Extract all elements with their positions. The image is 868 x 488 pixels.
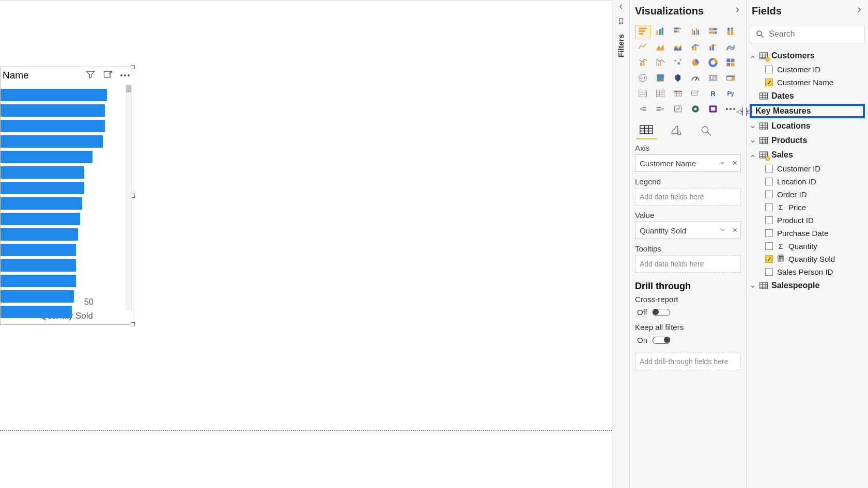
viz-type-button[interactable] xyxy=(670,71,686,85)
tooltips-field-well[interactable]: Add data fields here xyxy=(635,255,741,273)
table-locations[interactable]: Locations xyxy=(748,119,867,133)
viz-type-button[interactable] xyxy=(705,40,721,54)
checkbox[interactable] xyxy=(765,229,773,237)
svg-rect-8 xyxy=(674,28,678,29)
viz-type-button[interactable] xyxy=(670,87,686,100)
table-name: Salespeople xyxy=(771,281,819,290)
viz-type-button[interactable] xyxy=(723,40,738,54)
checkbox[interactable] xyxy=(765,255,773,263)
field-customer-name[interactable]: Customer Name xyxy=(748,76,867,89)
bar xyxy=(1,197,82,210)
field-sales-person-id[interactable]: Sales Person ID xyxy=(748,265,867,278)
viz-type-button[interactable] xyxy=(688,25,703,38)
focus-mode-icon[interactable] xyxy=(103,69,113,82)
viz-type-button[interactable] xyxy=(723,56,738,69)
table-customers[interactable]: Customers xyxy=(748,49,867,63)
viz-type-button[interactable] xyxy=(670,56,686,69)
viz-type-button[interactable] xyxy=(705,25,721,38)
viz-type-button[interactable] xyxy=(653,40,668,54)
chevron-up-icon xyxy=(750,53,756,59)
viz-type-button[interactable] xyxy=(635,25,650,38)
filters-pane-collapsed[interactable]: Filters xyxy=(612,0,630,488)
viz-type-button[interactable] xyxy=(688,87,703,100)
filter-icon[interactable] xyxy=(85,69,96,82)
viz-type-button[interactable] xyxy=(688,40,703,54)
viz-type-button[interactable] xyxy=(653,71,668,85)
viz-type-button[interactable]: Py xyxy=(723,87,738,100)
field-location-id[interactable]: Location ID xyxy=(748,175,867,188)
remove-field-icon[interactable]: × xyxy=(733,159,737,168)
viz-type-button[interactable] xyxy=(635,40,650,54)
bookmark-icon[interactable] xyxy=(617,18,625,27)
field-price[interactable]: ΣPrice xyxy=(748,201,867,214)
viz-type-button[interactable] xyxy=(635,56,650,69)
field-order-id[interactable]: Order ID xyxy=(748,188,867,201)
format-tab[interactable] xyxy=(666,121,687,139)
viz-type-button[interactable] xyxy=(653,87,668,100)
keep-filters-toggle[interactable] xyxy=(653,337,670,344)
field-purchase-date[interactable]: Purchase Date xyxy=(748,227,867,240)
checkbox[interactable] xyxy=(765,242,773,250)
checkbox[interactable] xyxy=(765,203,773,211)
field-quantity-sold[interactable]: Quantity Sold xyxy=(748,253,867,265)
viz-type-button[interactable] xyxy=(688,56,703,69)
viz-type-button[interactable] xyxy=(670,40,686,54)
table-products[interactable]: Products xyxy=(748,133,867,148)
more-options-icon[interactable] xyxy=(120,69,130,82)
chart-tile[interactable]: Name 50 Quantity Sold xyxy=(0,67,133,325)
checkbox[interactable] xyxy=(765,216,773,224)
analytics-tab[interactable] xyxy=(696,121,717,139)
expand-filters-icon[interactable] xyxy=(617,3,625,12)
field-quantity[interactable]: ΣQuantity xyxy=(748,240,867,253)
viz-type-button[interactable] xyxy=(653,56,668,69)
legend-field-well[interactable]: Add data fields here xyxy=(635,188,741,206)
viz-type-button[interactable] xyxy=(723,71,738,85)
field-customer-id[interactable]: Customer ID xyxy=(748,162,867,175)
viz-type-button[interactable] xyxy=(705,102,721,116)
checkbox[interactable] xyxy=(765,268,773,276)
bar xyxy=(1,166,84,179)
checkbox[interactable] xyxy=(765,165,773,172)
viz-type-button[interactable] xyxy=(635,102,650,116)
checkbox[interactable] xyxy=(765,178,773,185)
collapse-viz-icon[interactable] xyxy=(734,6,741,15)
svg-point-129 xyxy=(779,260,780,261)
viz-type-button[interactable] xyxy=(653,25,668,38)
viz-type-button[interactable] xyxy=(670,102,686,116)
chevron-down-icon[interactable] xyxy=(720,159,726,168)
viz-type-button[interactable]: R xyxy=(705,87,721,100)
viz-type-button[interactable] xyxy=(688,102,703,116)
collapse-fields-icon[interactable] xyxy=(856,6,863,15)
page-divider xyxy=(0,430,612,431)
search-input[interactable]: Search xyxy=(750,25,865,43)
checkbox[interactable] xyxy=(765,191,773,198)
viz-type-button[interactable] xyxy=(635,71,650,85)
viz-type-button[interactable] xyxy=(635,87,650,100)
viz-type-button[interactable] xyxy=(723,25,738,38)
viz-type-button[interactable] xyxy=(688,71,703,85)
fields-tab[interactable] xyxy=(636,121,657,139)
table-salespeople[interactable]: Salespeople xyxy=(748,278,867,293)
field-product-id[interactable]: Product ID xyxy=(748,214,867,227)
viz-type-button[interactable] xyxy=(653,102,668,116)
remove-field-icon[interactable]: × xyxy=(733,226,737,235)
field-customer-id[interactable]: Customer ID xyxy=(748,63,867,76)
checkbox[interactable] xyxy=(765,66,773,73)
report-canvas[interactable]: Name 50 Quantity Sold xyxy=(0,0,612,488)
search-icon xyxy=(755,29,765,39)
chevron-down-icon[interactable] xyxy=(720,226,726,235)
cross-report-toggle[interactable] xyxy=(653,309,670,316)
viz-type-button[interactable]: 123 xyxy=(705,71,721,85)
viz-type-button[interactable] xyxy=(670,25,686,38)
table-dates[interactable]: Dates xyxy=(748,89,867,103)
resize-handle-bottom-right[interactable] xyxy=(131,322,135,326)
viz-type-button[interactable] xyxy=(705,56,721,69)
value-field-well[interactable]: Quantity Sold × xyxy=(635,222,741,239)
drill-through-field-well[interactable]: Add drill-through fields here xyxy=(635,353,741,370)
axis-field-well[interactable]: Customer Name × xyxy=(635,154,741,172)
resize-handle-top-right[interactable] xyxy=(131,65,135,69)
table-sales[interactable]: Sales xyxy=(748,148,867,162)
svg-rect-16 xyxy=(709,28,714,30)
checkbox[interactable] xyxy=(765,78,773,86)
table-key-measures-highlighted[interactable]: Key Measures xyxy=(750,104,865,118)
